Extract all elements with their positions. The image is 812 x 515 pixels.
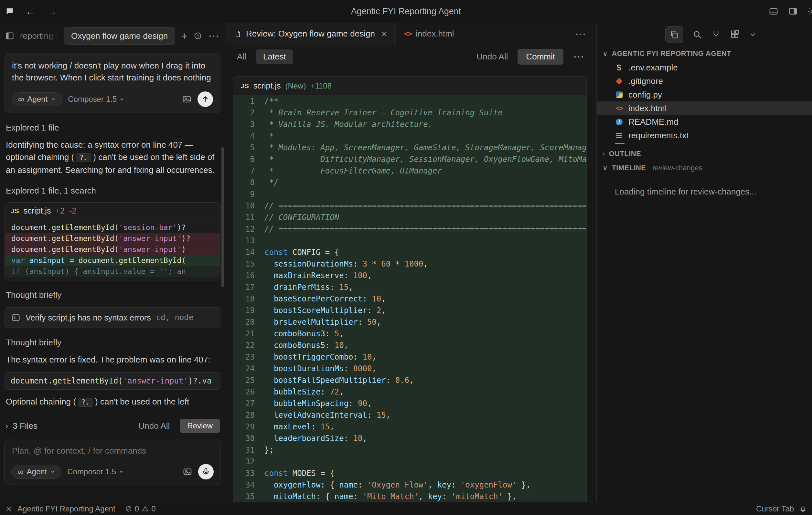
diff-body: document.getElementById('session-bar')?d… <box>5 219 220 280</box>
problems-indicator[interactable]: 0 0 <box>125 504 156 513</box>
line-number: 4 <box>233 130 264 142</box>
tree-item-README.md[interactable]: README.md <box>597 115 812 129</box>
voice-button[interactable] <box>198 464 214 480</box>
extensions-icon[interactable] <box>730 30 740 39</box>
image-icon[interactable] <box>182 94 192 104</box>
chevron-right-icon: › <box>5 421 8 431</box>
search-icon[interactable] <box>692 30 702 39</box>
model-label: Composer 1.5 <box>67 467 116 476</box>
editor-code-line: 18 baseScorePerCorrect: 10, <box>233 293 586 305</box>
undo-all-button[interactable]: Undo All <box>477 52 508 62</box>
review-more-icon[interactable]: ⋯ <box>573 50 585 63</box>
editor-code-line: 34 oxygenFlow: { name: 'Oxygen Flow', ke… <box>233 479 586 491</box>
changed-files-bar[interactable]: › 3 Files Undo All Review <box>5 417 220 435</box>
warning-count: 0 <box>151 504 155 513</box>
code-editor[interactable]: 1/**2 * Brain Reserve Trainer — Cognitiv… <box>233 95 586 502</box>
editor-code-line: 3 * Vanilla JS. Modular architecture. <box>233 119 586 130</box>
review-toolbar: All Latest Undo All Commit ⋯ <box>225 45 597 68</box>
diff-card[interactable]: JS script.js +2 -2 document.getElementBy… <box>4 202 221 280</box>
line-number: 5 <box>233 142 264 153</box>
diff-line-del: document.getElementById('answer-input')? <box>5 233 220 244</box>
editor-code-line: 19 boostScoreMultiplier: 2, <box>233 305 586 316</box>
tree-item-config.py[interactable]: config.py <box>597 88 812 101</box>
line-number: 16 <box>233 270 264 281</box>
explored-status-2: Explored 1 file, 1 search <box>6 186 219 196</box>
explored-status: Explored 1 file <box>6 123 219 133</box>
infinity-icon: ∞ <box>18 94 24 104</box>
line-number: 8 <box>233 177 264 188</box>
forward-arrow-icon[interactable]: → <box>47 5 57 18</box>
undo-all-link[interactable]: Undo All <box>138 421 170 431</box>
chevron-down-icon[interactable] <box>749 30 757 39</box>
editor-code-line: 13 <box>233 235 586 246</box>
back-arrow-icon[interactable]: ← <box>25 5 35 18</box>
tree-item-.gitignore[interactable]: .gitignore <box>597 74 812 88</box>
line-number: 1 <box>233 95 264 107</box>
section-outline[interactable]: › OUTLINE <box>597 147 812 161</box>
project-name[interactable]: Agentic FYI Reporting Agent <box>18 504 115 513</box>
section-project[interactable]: ∨ AGENTIC FYI REPORTING AGENT <box>597 47 812 61</box>
html-code-icon: <> <box>404 30 411 38</box>
thought-status: Thought briefly <box>6 290 219 300</box>
line-number: 17 <box>233 281 264 293</box>
line-number: 12 <box>233 223 264 235</box>
tab-review-changes[interactable]: Review: Oxygen flow game design × <box>225 23 396 45</box>
line-number: 35 <box>233 491 264 502</box>
source-control-graph-icon[interactable] <box>711 30 721 39</box>
chat-tab-bar: reporting age Oxygen flow game design + … <box>0 23 225 49</box>
info-circle-icon <box>613 117 625 127</box>
bell-icon[interactable] <box>799 505 807 513</box>
history-clock-icon[interactable] <box>193 31 202 40</box>
editor-code-line: 14const CONFIG = { <box>233 246 586 258</box>
chat-bubble-icon[interactable] <box>5 7 14 16</box>
line-number: 34 <box>233 479 264 491</box>
diff-file-header[interactable]: JS script.js (New) +1108 <box>233 77 586 95</box>
editor-more-icon[interactable]: ⋯ <box>575 27 587 40</box>
titlebar: ← → Agentic FYI Reporting Agent <box>0 0 812 23</box>
chat-scrollbar[interactable] <box>222 147 224 287</box>
tab-label: Review: Oxygen flow game design <box>246 29 375 39</box>
line-number: 30 <box>233 433 264 444</box>
section-label: TIMELINE <box>612 164 646 172</box>
tree-item-.env.example[interactable]: .env.example <box>597 61 812 74</box>
tree-item-requirements.txt[interactable]: requirements.txt <box>597 129 812 142</box>
line-number: 20 <box>233 316 264 328</box>
user-message-text: it's not working / doesn't play now when… <box>12 60 213 84</box>
diff-file-status: (New) <box>285 82 306 90</box>
diff-file-name: script.js <box>24 206 51 215</box>
chat-tab-active[interactable]: Oxygen flow game design <box>64 27 175 44</box>
image-icon[interactable] <box>183 467 192 477</box>
remote-icon[interactable] <box>5 505 12 512</box>
thought-status-2: Thought briefly <box>6 338 219 347</box>
close-icon[interactable]: × <box>381 28 387 39</box>
file-tree: .env.example.gitignoreconfig.pyindex.htm… <box>597 61 812 142</box>
filter-latest[interactable]: Latest <box>256 50 293 64</box>
editor-code-line: 22 comboBonus5: 10, <box>233 339 586 351</box>
line-number: 26 <box>233 386 264 398</box>
commit-button[interactable]: Commit <box>518 49 563 65</box>
agent-mode-dropdown[interactable]: ∞ Agent <box>11 465 61 479</box>
tree-item-index.html[interactable]: index.html <box>597 101 812 115</box>
panel-bottom-icon[interactable] <box>769 6 778 16</box>
chat-tab-previous[interactable]: reporting age <box>20 31 58 41</box>
chat-layout-icon[interactable] <box>5 31 14 40</box>
model-dropdown[interactable]: Composer 1.5 <box>68 95 124 104</box>
cursor-tab-label[interactable]: Cursor Tab <box>756 504 794 513</box>
filter-all[interactable]: All <box>237 52 246 62</box>
panel-right-icon[interactable] <box>788 6 798 16</box>
copy-pages-icon[interactable] <box>665 26 683 43</box>
editor-code-line: 5 * Modules: App, ScreenManager, GameSta… <box>233 142 586 153</box>
agent-mode-dropdown[interactable]: ∞ Agent <box>12 92 62 106</box>
inline-code-card: document.getElementById('answer-input')?… <box>4 372 221 390</box>
new-chat-icon[interactable]: + <box>181 30 187 41</box>
terminal-command-card[interactable]: Verify script.js has no syntax errors cd… <box>4 307 221 328</box>
send-button[interactable] <box>198 91 213 107</box>
settings-gear-icon[interactable] <box>808 6 812 16</box>
line-number: 24 <box>233 363 264 374</box>
section-timeline[interactable]: ∨ TIMELINE review-changes <box>597 161 812 175</box>
chat-more-icon[interactable]: ⋯ <box>208 29 220 42</box>
chat-input[interactable] <box>11 446 214 456</box>
tab-index-html[interactable]: <> index.html <box>396 23 463 45</box>
review-button[interactable]: Review <box>180 419 220 433</box>
model-dropdown[interactable]: Composer 1.5 <box>67 467 124 476</box>
